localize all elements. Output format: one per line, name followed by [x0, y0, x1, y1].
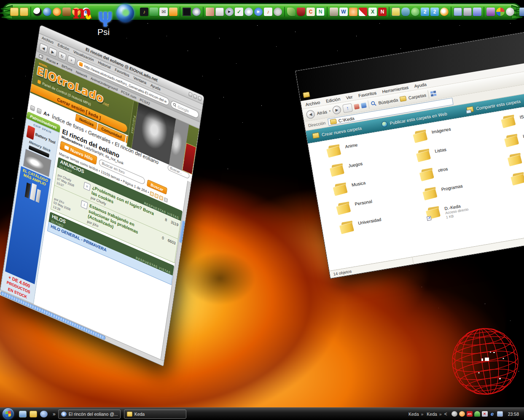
music-settings-icon[interactable]: ♪ — [264, 8, 272, 16]
chart-icon[interactable] — [454, 8, 462, 16]
menu-item[interactable]: Edición — [325, 96, 341, 104]
layout-icon[interactable] — [30, 105, 35, 111]
mail-icon[interactable]: ✉ — [159, 8, 168, 16]
page-link[interactable] — [150, 191, 154, 197]
show-desktop-icon[interactable] — [19, 411, 27, 417]
two-icon[interactable]: 2 — [430, 8, 439, 16]
up-button[interactable]: ↑ — [342, 103, 353, 113]
contacts-icon[interactable] — [150, 8, 158, 16]
forward-button[interactable]: ▶ — [48, 47, 57, 57]
photo-icon[interactable] — [206, 8, 214, 16]
photos-icon[interactable] — [486, 8, 495, 16]
excel-icon[interactable]: X — [368, 8, 377, 16]
menu-item[interactable]: Ver — [346, 94, 353, 100]
cd-icon[interactable] — [245, 8, 253, 16]
word-icon[interactable]: W — [339, 8, 348, 16]
internet-explorer-icon[interactable]: e — [489, 411, 495, 417]
quick-launch — [16, 411, 50, 417]
penguin-icon[interactable] — [33, 8, 42, 16]
painter-icon[interactable] — [330, 8, 338, 16]
page-icon-blue[interactable] — [361, 102, 367, 108]
display-tray-icon[interactable] — [497, 411, 503, 417]
onenote-icon[interactable]: N — [316, 8, 325, 16]
menu-item[interactable]: Favoritos — [358, 90, 377, 98]
map-icon[interactable] — [287, 8, 296, 16]
clock[interactable]: 23:58 — [507, 412, 521, 417]
messenger-buddy-icon[interactable] — [474, 411, 480, 417]
two-icon[interactable]: 2 — [421, 8, 429, 16]
folders-button[interactable]: Carpetas — [408, 92, 427, 100]
pc-speaker-icon[interactable] — [463, 8, 472, 16]
njstar-icon[interactable]: N — [378, 8, 387, 16]
winamp-icon[interactable]: ♪ — [140, 8, 148, 16]
media-player-icon[interactable]: ▶ — [225, 8, 234, 16]
start-button[interactable] — [3, 408, 14, 420]
dock-divider — [451, 7, 451, 17]
ball-icon[interactable] — [506, 8, 514, 16]
publish-web-icon — [381, 121, 388, 127]
gamepad-icon[interactable] — [401, 8, 410, 16]
volume-icon[interactable] — [451, 411, 457, 417]
tray-collapse-button[interactable]: < — [444, 411, 447, 417]
magnifier-icon[interactable] — [440, 8, 449, 16]
paint-icon[interactable] — [215, 8, 224, 16]
gear-icon[interactable] — [274, 8, 282, 16]
bookmarks-icon[interactable] — [39, 54, 43, 59]
reload-button[interactable]: ↻ — [58, 51, 67, 62]
pen-icon[interactable] — [359, 8, 367, 16]
frontpage-icon[interactable] — [349, 8, 357, 16]
site-logo-tld: .net — [102, 100, 109, 108]
search-button[interactable]: Búsqueda — [378, 97, 398, 105]
task-button[interactable]: Keda — [124, 409, 186, 419]
folder-column-1: Anime Juegos Musica — [326, 132, 426, 241]
messenger-orb-icon[interactable] — [116, 4, 134, 22]
folder-icon[interactable] — [20, 8, 28, 16]
equalizer-icon[interactable] — [183, 8, 191, 16]
address-path[interactable]: C:\Keda — [338, 116, 355, 123]
gaim-icon[interactable] — [62, 8, 71, 16]
back-button[interactable]: ◀ — [306, 109, 315, 119]
folder-icon[interactable] — [30, 411, 37, 417]
new-folder-icon — [312, 132, 320, 139]
back-label[interactable]: Atrás — [316, 109, 327, 116]
psi-icon[interactable]: ψ — [95, 5, 116, 26]
comodo-icon[interactable]: C — [306, 8, 315, 16]
antivirus-check-icon[interactable]: ✓ — [235, 8, 243, 16]
sticky-monitor-icon[interactable] — [392, 8, 400, 16]
firefox-icon[interactable] — [53, 8, 61, 16]
forward-button[interactable]: ▶ — [332, 105, 341, 115]
views-icon[interactable] — [430, 91, 437, 97]
page-icon[interactable] — [354, 103, 360, 109]
back-button[interactable]: ◀ — [39, 43, 48, 53]
windows-icon[interactable] — [496, 8, 505, 16]
browser-globe-icon[interactable] — [40, 411, 48, 417]
dock-divider — [284, 7, 285, 17]
toolbar-item[interactable]: Keda» — [427, 412, 441, 417]
ati-icon[interactable]: ATI — [467, 411, 473, 417]
pc-blue-icon[interactable] — [519, 8, 524, 16]
page-link[interactable] — [159, 195, 163, 201]
task-button[interactable]: e El rincón del eoliano @... — [58, 409, 121, 419]
network-offline-icon[interactable]: ✕ — [482, 411, 488, 417]
menu-item[interactable]: Ayuda — [414, 81, 427, 89]
new-tab-button[interactable]: + — [67, 55, 76, 65]
quick-launch-chevron[interactable]: » — [53, 411, 56, 417]
windows-logo-icon — [5, 411, 11, 417]
menu-item[interactable]: Archivo — [305, 100, 321, 107]
media-cd-icon[interactable] — [192, 8, 201, 16]
toolbar-item[interactable]: Keda» — [408, 412, 423, 417]
emule-globe-icon[interactable] — [411, 8, 419, 16]
text-zoom-button[interactable]: A+ — [43, 110, 50, 118]
shield-icon[interactable] — [297, 8, 305, 16]
page-next-button[interactable] — [164, 197, 168, 202]
notes-icon[interactable] — [169, 8, 177, 16]
rss-icon[interactable] — [37, 108, 42, 114]
globe-icon[interactable] — [43, 8, 51, 16]
folder-icon[interactable] — [10, 8, 19, 16]
mirc-icon[interactable]: m — [73, 2, 92, 22]
running-indicator-icon: ▼ — [450, 0, 454, 5]
page-link[interactable] — [154, 193, 159, 199]
play-blue-icon[interactable]: ▶ — [254, 8, 263, 16]
disk-icon[interactable] — [473, 8, 481, 16]
app-ball-icon[interactable] — [459, 411, 465, 417]
